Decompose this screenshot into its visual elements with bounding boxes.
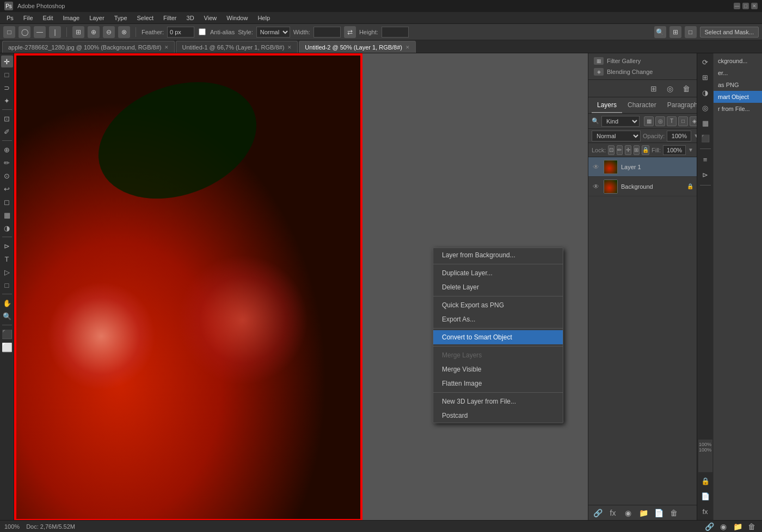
subtract-selection-btn[interactable]: ⊖ <box>103 26 115 38</box>
add-selection-btn[interactable]: ⊕ <box>88 26 100 38</box>
tab-layers[interactable]: Layers <box>592 97 622 113</box>
background-color[interactable]: ⬜ <box>1 341 13 353</box>
filter-smart-icon[interactable]: ◈ <box>690 116 697 126</box>
panel-color-icon[interactable]: ▦ <box>699 116 712 129</box>
tool-path-select[interactable]: ▷ <box>1 266 13 278</box>
status-create-icon[interactable]: ◉ <box>717 521 729 533</box>
lock-transparent-btn[interactable]: ⊡ <box>608 145 614 155</box>
panel-brushes-icon[interactable]: ⊞ <box>699 71 712 84</box>
swap-dimensions-icon[interactable]: ⇄ <box>344 26 356 38</box>
tool-pen[interactable]: ⊳ <box>1 240 13 252</box>
select-and-mask-button[interactable]: Select and Mask... <box>700 27 759 38</box>
tool-type[interactable]: T <box>1 253 13 265</box>
paths-btn[interactable]: ⊳ <box>699 168 712 181</box>
menu-type[interactable]: Type <box>110 14 132 22</box>
tab-paragraph[interactable]: Paragraph <box>662 97 697 113</box>
right-ctx-png[interactable]: as PNG <box>714 79 762 91</box>
ctx-delete-layer[interactable]: Delete Layer <box>433 280 563 294</box>
close-button[interactable]: ✕ <box>751 3 758 9</box>
tool-magic-wand[interactable]: ✦ <box>1 95 13 107</box>
tool-shape[interactable]: □ <box>1 279 13 291</box>
menu-filter[interactable]: Filter <box>159 14 181 22</box>
menu-edit[interactable]: Edit <box>39 14 58 22</box>
filter-type-icon[interactable]: T <box>667 116 677 126</box>
panel-adjust-icon[interactable]: ◑ <box>699 86 712 99</box>
ctx-convert-smart-object[interactable]: Convert to Smart Object <box>433 330 563 344</box>
status-link-icon[interactable]: 🔗 <box>703 521 715 533</box>
lock-all-btn[interactable]: 🔒 <box>642 145 649 155</box>
tab-close-1[interactable]: ✕ <box>287 45 292 50</box>
add-mask-btn[interactable]: ◉ <box>622 507 634 519</box>
menu-view[interactable]: View <box>200 14 222 22</box>
menu-file[interactable]: File <box>19 14 38 22</box>
history-item-filter-gallery[interactable]: ▦ Filter Gallery <box>591 55 695 66</box>
opacity-input[interactable] <box>667 131 691 141</box>
intersect-selection-btn[interactable]: ⊗ <box>118 26 130 38</box>
menu-layer[interactable]: Layer <box>85 14 109 22</box>
ctx-duplicate-layer[interactable]: Duplicate Layer... <box>433 266 563 280</box>
layer-eye-0[interactable]: 👁 <box>592 163 600 171</box>
tool-lasso[interactable]: ⊃ <box>1 82 13 94</box>
tab-1[interactable]: Untitled-1 @ 66,7% (Layer 1, RGB/8#) ✕ <box>176 41 298 53</box>
ctx-new-3d-layer[interactable]: New 3D Layer from File... <box>433 394 563 409</box>
ctx-postcard[interactable]: Postcard <box>433 409 563 423</box>
lock-position-btn[interactable]: ✛ <box>625 145 631 155</box>
tool-gradient[interactable]: ▦ <box>1 209 13 221</box>
tool-marquee[interactable]: □ <box>1 69 13 81</box>
foreground-color[interactable]: ⬛ <box>1 328 13 340</box>
right-ctx-background[interactable]: ckground... <box>714 55 762 67</box>
filter-adjustment-icon[interactable]: ◎ <box>655 116 665 126</box>
menu-image[interactable]: Image <box>59 14 84 22</box>
grid-icon[interactable]: ⊞ <box>669 26 681 38</box>
tool-clone[interactable]: ⊙ <box>1 170 13 182</box>
title-bar-controls[interactable]: — □ ✕ <box>734 3 758 9</box>
zoom-icon[interactable]: 🔍 <box>654 26 666 38</box>
create-group-icon[interactable]: ⊞ <box>648 83 660 95</box>
create-group-btn[interactable]: 📁 <box>637 507 649 519</box>
tool-zoom[interactable]: 🔍 <box>1 310 13 322</box>
tool-history-brush[interactable]: ↩ <box>1 183 13 195</box>
feather-input[interactable] <box>167 27 194 38</box>
panel-styles-icon[interactable]: ◎ <box>699 101 712 114</box>
maximize-button[interactable]: □ <box>742 3 749 9</box>
tool-heal[interactable]: ⊕ <box>1 144 13 156</box>
right-ctx-file[interactable]: r from File... <box>714 103 762 115</box>
anti-alias-checkbox[interactable] <box>199 28 206 35</box>
blend-mode-dropdown[interactable]: Normal <box>592 131 641 141</box>
style-dropdown[interactable]: Normal <box>256 27 290 38</box>
tool-marquee-rect[interactable]: □ <box>3 26 15 38</box>
create-layer-btn[interactable]: 📄 <box>653 507 665 519</box>
tool-marquee-col[interactable]: | <box>49 26 61 38</box>
delete-layer-btn[interactable]: 🗑 <box>668 507 680 519</box>
layer-item-1[interactable]: 👁 Background 🔒 <box>588 177 697 196</box>
filter-kind-dropdown[interactable]: Kind <box>601 116 640 127</box>
layer-item-0[interactable]: 👁 Layer 1 <box>588 157 697 177</box>
tab-0[interactable]: apple-2788662_1280.jpg @ 100% (Backgroun… <box>2 41 175 53</box>
ctx-flatten-image[interactable]: Flatten Image <box>433 376 563 391</box>
menu-help[interactable]: Help <box>253 14 274 22</box>
panel-layer-icon[interactable]: 📄 <box>699 490 712 503</box>
status-folder-icon[interactable]: 📁 <box>732 521 743 533</box>
panel-lock-icon[interactable]: 🔒 <box>699 474 712 487</box>
new-selection-btn[interactable]: ⊞ <box>72 26 84 38</box>
width-input[interactable] <box>314 27 341 38</box>
menu-ps[interactable]: Ps <box>2 14 18 22</box>
ctx-export-as[interactable]: Export As... <box>433 312 563 326</box>
ctx-layer-from-bg[interactable]: Layer from Background... <box>433 248 563 262</box>
tab-close-0[interactable]: ✕ <box>164 45 169 50</box>
tool-eyedropper[interactable]: ✐ <box>1 126 13 138</box>
right-ctx-smart-object[interactable]: mart Object <box>714 91 762 103</box>
panel-history-icon[interactable]: ⟳ <box>699 55 712 69</box>
create-adjustment-icon[interactable]: ◎ <box>664 83 676 95</box>
lock-image-btn[interactable]: ✏ <box>617 145 623 155</box>
tool-hand[interactable]: ✋ <box>1 297 13 309</box>
menu-select[interactable]: Select <box>133 14 158 22</box>
panel-swatches-icon[interactable]: ⬛ <box>699 132 712 145</box>
menu-3d[interactable]: 3D <box>182 14 199 22</box>
menu-window[interactable]: Window <box>222 14 252 22</box>
minimize-button[interactable]: — <box>734 3 740 9</box>
right-ctx-layer[interactable]: er... <box>714 67 762 79</box>
fill-input[interactable] <box>663 145 686 155</box>
tool-marquee-ellipse[interactable]: ◯ <box>19 26 30 38</box>
tool-dodge[interactable]: ◑ <box>1 222 13 234</box>
